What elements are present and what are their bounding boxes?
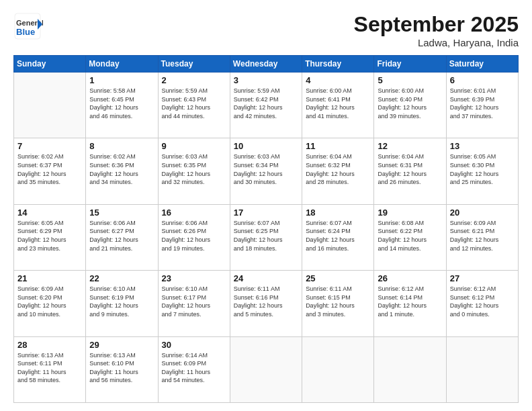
table-row: 7Sunrise: 6:02 AMSunset: 6:37 PMDaylight… xyxy=(14,138,86,204)
table-row: 30Sunrise: 6:14 AMSunset: 6:09 PMDayligh… xyxy=(158,336,230,402)
day-number: 8 xyxy=(89,141,154,151)
table-row xyxy=(446,336,518,402)
calendar-body: 1Sunrise: 5:58 AMSunset: 6:45 PMDaylight… xyxy=(14,73,519,403)
day-number: 30 xyxy=(162,340,226,350)
day-info: Sunrise: 6:04 AMSunset: 6:31 PMDaylight:… xyxy=(378,152,442,186)
col-monday: Monday xyxy=(86,56,158,73)
table-row: 1Sunrise: 5:58 AMSunset: 6:45 PMDaylight… xyxy=(86,73,158,138)
table-row: 11Sunrise: 6:04 AMSunset: 6:32 PMDayligh… xyxy=(302,138,374,204)
day-number: 11 xyxy=(306,141,370,151)
table-row: 23Sunrise: 6:10 AMSunset: 6:17 PMDayligh… xyxy=(158,271,230,336)
table-row: 3Sunrise: 5:59 AMSunset: 6:42 PMDaylight… xyxy=(230,73,302,138)
month-title: September 2025 xyxy=(354,12,519,37)
table-row: 16Sunrise: 6:06 AMSunset: 6:26 PMDayligh… xyxy=(158,204,230,270)
col-tuesday: Tuesday xyxy=(158,56,230,73)
day-number: 9 xyxy=(162,141,226,151)
weekday-row: Sunday Monday Tuesday Wednesday Thursday… xyxy=(14,56,519,73)
day-number: 14 xyxy=(17,208,82,218)
col-saturday: Saturday xyxy=(446,56,518,73)
day-number: 29 xyxy=(89,340,154,350)
table-row: 28Sunrise: 6:13 AMSunset: 6:11 PMDayligh… xyxy=(14,336,86,402)
table-row xyxy=(14,73,86,138)
table-row: 20Sunrise: 6:09 AMSunset: 6:21 PMDayligh… xyxy=(446,204,518,270)
table-row: 8Sunrise: 6:02 AMSunset: 6:36 PMDaylight… xyxy=(86,138,158,204)
day-number: 7 xyxy=(17,141,82,151)
day-info: Sunrise: 6:12 AMSunset: 6:14 PMDaylight:… xyxy=(378,285,442,318)
day-info: Sunrise: 6:11 AMSunset: 6:16 PMDaylight:… xyxy=(234,285,298,318)
day-info: Sunrise: 6:11 AMSunset: 6:15 PMDaylight:… xyxy=(306,285,370,318)
day-number: 24 xyxy=(234,273,298,283)
day-info: Sunrise: 6:10 AMSunset: 6:19 PMDaylight:… xyxy=(89,285,154,318)
day-number: 25 xyxy=(306,273,370,283)
day-info: Sunrise: 6:07 AMSunset: 6:24 PMDaylight:… xyxy=(306,219,370,253)
table-row: 18Sunrise: 6:07 AMSunset: 6:24 PMDayligh… xyxy=(302,204,374,270)
table-row xyxy=(302,336,374,402)
day-info: Sunrise: 6:13 AMSunset: 6:10 PMDaylight:… xyxy=(89,351,154,385)
col-friday: Friday xyxy=(374,56,446,73)
day-number: 22 xyxy=(89,273,154,283)
day-number: 4 xyxy=(306,75,370,85)
day-number: 3 xyxy=(234,75,298,85)
table-row: 10Sunrise: 6:03 AMSunset: 6:34 PMDayligh… xyxy=(230,138,302,204)
day-number: 19 xyxy=(378,208,442,218)
day-number: 28 xyxy=(17,340,82,350)
table-row: 24Sunrise: 6:11 AMSunset: 6:16 PMDayligh… xyxy=(230,271,302,336)
day-number: 17 xyxy=(234,208,298,218)
day-info: Sunrise: 6:09 AMSunset: 6:21 PMDaylight:… xyxy=(450,219,515,253)
table-row: 21Sunrise: 6:09 AMSunset: 6:20 PMDayligh… xyxy=(14,271,86,336)
table-row: 26Sunrise: 6:12 AMSunset: 6:14 PMDayligh… xyxy=(374,271,446,336)
calendar-table: Sunday Monday Tuesday Wednesday Thursday… xyxy=(13,55,519,403)
day-info: Sunrise: 6:07 AMSunset: 6:25 PMDaylight:… xyxy=(234,219,298,253)
day-info: Sunrise: 6:01 AMSunset: 6:39 PMDaylight:… xyxy=(450,87,515,120)
day-info: Sunrise: 5:59 AMSunset: 6:42 PMDaylight:… xyxy=(234,87,298,120)
table-row: 12Sunrise: 6:04 AMSunset: 6:31 PMDayligh… xyxy=(374,138,446,204)
day-number: 27 xyxy=(450,273,515,283)
table-row: 4Sunrise: 6:00 AMSunset: 6:41 PMDaylight… xyxy=(302,73,374,138)
day-info: Sunrise: 6:10 AMSunset: 6:17 PMDaylight:… xyxy=(162,285,226,318)
day-info: Sunrise: 6:00 AMSunset: 6:41 PMDaylight:… xyxy=(306,87,370,120)
day-info: Sunrise: 6:06 AMSunset: 6:26 PMDaylight:… xyxy=(162,219,226,253)
day-number: 15 xyxy=(89,208,154,218)
day-info: Sunrise: 6:13 AMSunset: 6:11 PMDaylight:… xyxy=(17,351,82,385)
day-info: Sunrise: 5:59 AMSunset: 6:43 PMDaylight:… xyxy=(162,87,226,120)
table-row: 22Sunrise: 6:10 AMSunset: 6:19 PMDayligh… xyxy=(86,271,158,336)
col-wednesday: Wednesday xyxy=(230,56,302,73)
table-row: 19Sunrise: 6:08 AMSunset: 6:22 PMDayligh… xyxy=(374,204,446,270)
table-row xyxy=(374,336,446,402)
table-row: 5Sunrise: 6:00 AMSunset: 6:40 PMDaylight… xyxy=(374,73,446,138)
day-number: 20 xyxy=(450,208,515,218)
day-number: 23 xyxy=(162,273,226,283)
day-number: 1 xyxy=(89,75,154,85)
day-number: 2 xyxy=(162,75,226,85)
page: General Blue September 2025 Ladwa, Harya… xyxy=(0,0,532,411)
day-number: 6 xyxy=(450,75,515,85)
day-number: 13 xyxy=(450,141,515,151)
table-row: 25Sunrise: 6:11 AMSunset: 6:15 PMDayligh… xyxy=(302,271,374,336)
svg-text:Blue: Blue xyxy=(16,27,35,37)
day-info: Sunrise: 6:03 AMSunset: 6:34 PMDaylight:… xyxy=(234,152,298,186)
table-row: 27Sunrise: 6:12 AMSunset: 6:12 PMDayligh… xyxy=(446,271,518,336)
table-row: 14Sunrise: 6:05 AMSunset: 6:29 PMDayligh… xyxy=(14,204,86,270)
day-info: Sunrise: 6:12 AMSunset: 6:12 PMDaylight:… xyxy=(450,285,515,318)
table-row: 9Sunrise: 6:03 AMSunset: 6:35 PMDaylight… xyxy=(158,138,230,204)
day-info: Sunrise: 6:03 AMSunset: 6:35 PMDaylight:… xyxy=(162,152,226,186)
table-row: 6Sunrise: 6:01 AMSunset: 6:39 PMDaylight… xyxy=(446,73,518,138)
col-sunday: Sunday xyxy=(14,56,86,73)
day-number: 21 xyxy=(17,273,82,283)
logo-graphic: General Blue xyxy=(13,12,43,42)
day-info: Sunrise: 6:05 AMSunset: 6:30 PMDaylight:… xyxy=(450,152,515,186)
day-number: 26 xyxy=(378,273,442,283)
day-info: Sunrise: 6:02 AMSunset: 6:36 PMDaylight:… xyxy=(89,152,154,186)
table-row: 15Sunrise: 6:06 AMSunset: 6:27 PMDayligh… xyxy=(86,204,158,270)
calendar-header: Sunday Monday Tuesday Wednesday Thursday… xyxy=(14,56,519,73)
table-row: 13Sunrise: 6:05 AMSunset: 6:30 PMDayligh… xyxy=(446,138,518,204)
title-section: September 2025 Ladwa, Haryana, India xyxy=(354,12,519,48)
location: Ladwa, Haryana, India xyxy=(354,37,519,48)
table-row: 2Sunrise: 5:59 AMSunset: 6:43 PMDaylight… xyxy=(158,73,230,138)
day-number: 10 xyxy=(234,141,298,151)
day-info: Sunrise: 6:08 AMSunset: 6:22 PMDaylight:… xyxy=(378,219,442,253)
day-info: Sunrise: 6:05 AMSunset: 6:29 PMDaylight:… xyxy=(17,219,82,253)
day-info: Sunrise: 6:04 AMSunset: 6:32 PMDaylight:… xyxy=(306,152,370,186)
header: General Blue September 2025 Ladwa, Harya… xyxy=(13,12,519,48)
day-info: Sunrise: 6:06 AMSunset: 6:27 PMDaylight:… xyxy=(89,219,154,253)
